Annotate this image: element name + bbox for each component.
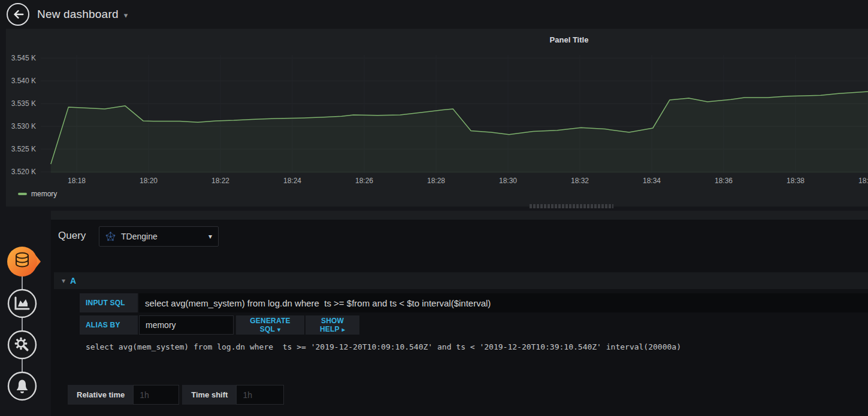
time-shift-group: Time shift [182,385,284,405]
svg-text:18:38: 18:38 [787,177,805,185]
query-row-header[interactable]: ▾ A [54,272,868,289]
tdengine-logo-icon [105,232,116,242]
arrow-left-icon [11,8,25,21]
relative-time-label: Relative time [68,385,133,405]
dropdown-caret-icon: ▾ [208,232,212,241]
time-shift-label: Time shift [182,385,236,405]
time-shift-field[interactable] [236,385,284,405]
svg-text:18:34: 18:34 [643,177,661,185]
legend-color-swatch [18,193,27,195]
input-sql-row: INPUT SQL [51,293,868,312]
tab-general[interactable] [7,329,38,360]
collapse-caret-icon: ▾ [62,277,65,285]
svg-text:18:22: 18:22 [211,177,229,185]
svg-text:18:40: 18:40 [858,177,868,185]
tab-visualization[interactable] [7,288,38,319]
generated-sql-preview: select avg(mem_system) from log.dn where… [86,342,856,351]
time-series-chart[interactable]: 3.545 K3.540 K3.535 K3.530 K3.525 K3.520… [6,50,868,194]
chart-legend: memory [18,190,57,198]
svg-text:3.530 K: 3.530 K [11,122,36,130]
back-button[interactable] [7,3,29,26]
tab-queries[interactable] [7,245,43,278]
alias-by-field[interactable] [139,315,234,335]
svg-text:3.545 K: 3.545 K [11,54,36,62]
svg-text:18:32: 18:32 [571,177,589,185]
query-editor: Query TDengine ▾ ▾ A INPUT SQL [51,211,868,416]
svg-text:3.525 K: 3.525 K [11,145,36,153]
svg-text:18:30: 18:30 [499,177,517,185]
relative-time-group: Relative time [68,385,179,405]
chevron-down-icon: ▾ [124,11,128,20]
dashboard-title: New dashboard [37,8,119,21]
tab-connector-line [22,262,23,386]
time-options-row: Relative time Time shift [68,385,287,405]
caret-down-icon: ▾ [277,326,280,333]
datasource-picker[interactable]: TDengine ▾ [99,226,219,247]
legend-series-label[interactable]: memory [31,190,57,198]
panel-resize-handle[interactable] [526,204,617,208]
svg-text:18:24: 18:24 [283,177,301,185]
database-icon [16,253,28,267]
generate-sql-label: GENERATE SQL [250,317,290,333]
svg-text:18:36: 18:36 [715,177,733,185]
show-help-button[interactable]: SHOW HELP▸ [306,315,359,335]
query-header: Query TDengine ▾ [51,226,868,247]
svg-text:18:18: 18:18 [68,177,86,185]
dashboard-title-dropdown[interactable]: New dashboard ▾ [37,8,128,21]
editor-tab-strip [51,211,868,220]
alias-by-label: ALIAS BY [80,315,138,335]
svg-text:18:28: 18:28 [427,177,445,185]
datasource-name: TDengine [121,232,208,241]
panel-title[interactable]: Panel Title [6,35,868,44]
svg-text:3.520 K: 3.520 K [11,168,36,176]
input-sql-label: INPUT SQL [80,293,138,312]
graph-panel: Panel Title 3.545 K3.540 K3.535 K3.530 K… [6,29,868,207]
top-navbar: New dashboard ▾ [0,0,868,29]
svg-text:3.540 K: 3.540 K [11,77,36,85]
caret-right-icon: ▸ [342,326,345,333]
query-ref-id: A [70,276,76,286]
alias-by-row: ALIAS BY GENERATE SQL▾ SHOW HELP▸ [51,315,868,335]
svg-text:18:20: 18:20 [140,177,158,185]
query-section-title: Query [58,230,86,242]
input-sql-field[interactable] [139,293,868,312]
generate-sql-button[interactable]: GENERATE SQL▾ [236,315,304,335]
relative-time-field[interactable] [133,385,179,405]
svg-text:18:26: 18:26 [355,177,373,185]
show-help-label: SHOW HELP [320,317,344,333]
svg-text:3.535 K: 3.535 K [11,99,36,108]
tab-alert[interactable] [7,371,38,402]
